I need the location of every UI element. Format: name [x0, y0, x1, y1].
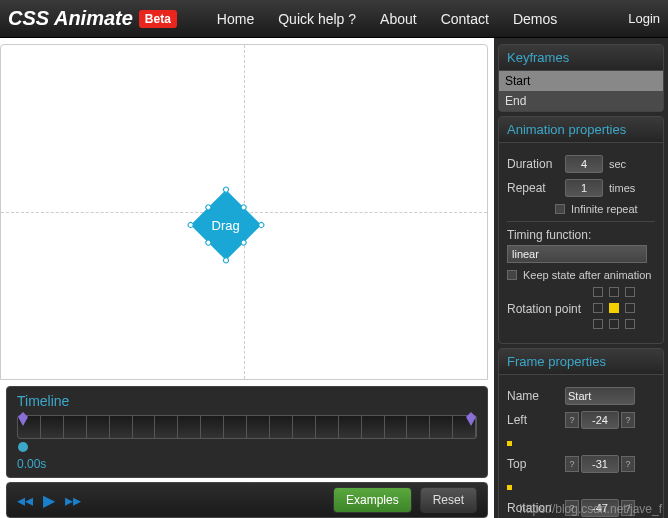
top-row: Top ? ? — [507, 455, 655, 473]
duration-unit: sec — [609, 158, 626, 170]
keyframes-header: Keyframes — [499, 45, 663, 71]
controls-bar: ◂◂ ▶ ▸▸ Examples Reset — [6, 482, 488, 518]
logo-text: CSS Animate — [8, 7, 133, 30]
right-buttons: Examples Reset — [333, 487, 477, 513]
frame-properties-header: Frame properties — [499, 349, 663, 375]
resize-handle-b[interactable] — [204, 238, 212, 246]
resize-handle-r[interactable] — [239, 238, 247, 246]
left-inc[interactable]: ? — [621, 412, 635, 428]
rot-br[interactable] — [625, 319, 635, 329]
play-icon[interactable]: ▶ — [43, 491, 55, 510]
resize-handle-l[interactable] — [204, 203, 212, 211]
rot-ml[interactable] — [593, 303, 603, 313]
duration-row: Duration sec — [507, 155, 655, 173]
nav-about[interactable]: About — [370, 5, 427, 33]
name-row: Name — [507, 387, 655, 405]
top-inc[interactable]: ? — [621, 456, 635, 472]
nav-demos[interactable]: Demos — [503, 5, 567, 33]
infinite-checkbox[interactable] — [555, 204, 565, 214]
timeline-track[interactable] — [17, 415, 477, 439]
rotation-dec[interactable]: ? — [565, 500, 579, 516]
animation-properties-header: Animation properties — [499, 117, 663, 143]
rotation-label: Rotation — [507, 501, 559, 515]
name-label: Name — [507, 389, 559, 403]
svg-marker-1 — [466, 412, 476, 426]
rotation-point-grid — [593, 287, 637, 331]
keyframe-marker-end[interactable] — [466, 412, 476, 426]
resize-handle-tr[interactable] — [257, 221, 265, 229]
timing-select[interactable]: linear — [507, 245, 647, 263]
left-column: Drag Timeline — [0, 38, 494, 518]
nav-home[interactable]: Home — [207, 5, 264, 33]
left-input[interactable] — [581, 411, 619, 429]
rot-bc[interactable] — [609, 319, 619, 329]
left-row: Left ? ? — [507, 411, 655, 429]
rot-tr[interactable] — [625, 287, 635, 297]
play-controls: ◂◂ ▶ ▸▸ — [17, 491, 81, 510]
top-dec[interactable]: ? — [565, 456, 579, 472]
rotation-point-label: Rotation point — [507, 302, 581, 316]
repeat-input[interactable] — [565, 179, 603, 197]
duration-label: Duration — [507, 157, 559, 171]
reset-button[interactable]: Reset — [420, 487, 477, 513]
keepstate-row: Keep state after animation — [507, 269, 655, 281]
playhead[interactable] — [18, 442, 28, 452]
repeat-row: Repeat times — [507, 179, 655, 197]
infinite-label: Infinite repeat — [571, 203, 638, 215]
repeat-label: Repeat — [507, 181, 559, 195]
rot-tc[interactable] — [609, 287, 619, 297]
keepstate-checkbox[interactable] — [507, 270, 517, 280]
time-label: 0.00s — [17, 457, 477, 471]
rot-bl[interactable] — [593, 319, 603, 329]
keyframe-row-start[interactable]: Start — [499, 71, 663, 91]
rot-tl[interactable] — [593, 287, 603, 297]
canvas-wrap: Drag — [0, 38, 494, 380]
resize-handle-tl[interactable] — [222, 185, 230, 193]
keyframe-row-end[interactable]: End — [499, 91, 663, 111]
rot-mc[interactable] — [609, 303, 619, 313]
logo: CSS Animate Beta — [8, 7, 177, 30]
rotation-point-row: Rotation point — [507, 287, 655, 331]
timing-label: Timing function: — [507, 228, 655, 242]
resize-handle-br[interactable] — [222, 256, 230, 264]
drag-label: Drag — [212, 218, 240, 233]
main-area: Drag Timeline — [0, 38, 668, 518]
rotation-row: Rotation ? ? — [507, 499, 655, 517]
examples-button[interactable]: Examples — [333, 487, 412, 513]
rotation-inc[interactable]: ? — [621, 500, 635, 516]
duration-input[interactable] — [565, 155, 603, 173]
resize-handle-t[interactable] — [239, 203, 247, 211]
repeat-unit: times — [609, 182, 635, 194]
infinite-row: Infinite repeat — [555, 203, 655, 215]
right-panel: Keyframes Start End Animation properties… — [494, 38, 668, 518]
login-link[interactable]: Login — [628, 11, 660, 26]
left-dec[interactable]: ? — [565, 412, 579, 428]
nav-contact[interactable]: Contact — [431, 5, 499, 33]
rewind-icon[interactable]: ◂◂ — [17, 491, 33, 510]
left-keyframe-dot[interactable] — [507, 441, 512, 446]
timeline-panel: Timeline 0.00s — [6, 386, 488, 478]
main-nav: Home Quick help ? About Contact Demos — [207, 5, 567, 33]
resize-handle-bl[interactable] — [186, 221, 194, 229]
name-input[interactable] — [565, 387, 635, 405]
top-keyframe-dot[interactable] — [507, 485, 512, 490]
timeline-title: Timeline — [17, 393, 477, 409]
rot-mr[interactable] — [625, 303, 635, 313]
separator — [507, 221, 655, 222]
drag-object[interactable]: Drag — [191, 190, 262, 261]
animation-properties-section: Animation properties Duration sec Repeat… — [498, 116, 664, 344]
keyframes-section: Keyframes Start End — [498, 44, 664, 112]
keepstate-label: Keep state after animation — [523, 269, 651, 281]
forward-icon[interactable]: ▸▸ — [65, 491, 81, 510]
animation-canvas[interactable]: Drag — [0, 44, 488, 380]
keyframe-marker-start[interactable] — [18, 412, 28, 426]
left-label: Left — [507, 413, 559, 427]
app-header: CSS Animate Beta Home Quick help ? About… — [0, 0, 668, 38]
svg-marker-0 — [18, 412, 28, 426]
frame-properties-section: Frame properties Name Left ? ? Top — [498, 348, 664, 518]
nav-quickhelp[interactable]: Quick help ? — [268, 5, 366, 33]
rotation-input[interactable] — [581, 499, 619, 517]
top-input[interactable] — [581, 455, 619, 473]
beta-badge: Beta — [139, 10, 177, 28]
top-label: Top — [507, 457, 559, 471]
